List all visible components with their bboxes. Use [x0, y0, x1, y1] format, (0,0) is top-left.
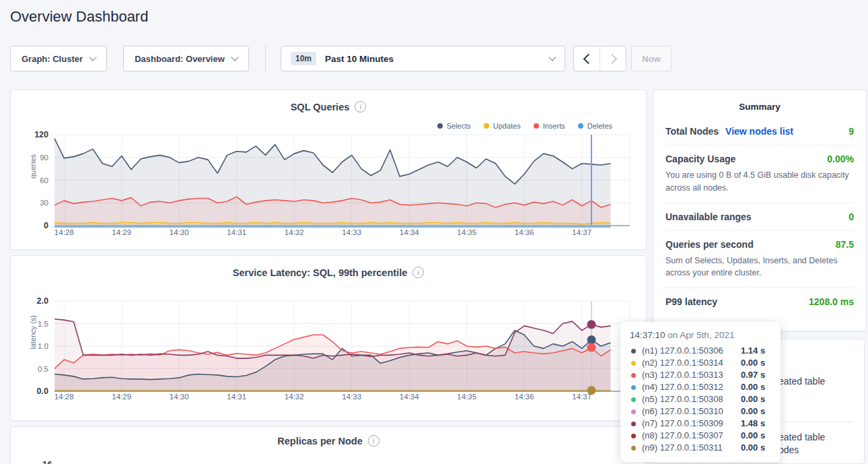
svg-text:14:36: 14:36 — [515, 228, 534, 236]
event-text-fragment: eated table — [779, 432, 825, 442]
svg-text:1.5: 1.5 — [38, 320, 48, 328]
svg-text:60: 60 — [40, 176, 48, 185]
view-nodes-list-link[interactable]: View nodes list — [725, 126, 793, 137]
summary-label: Total Nodes — [665, 126, 719, 137]
now-button[interactable]: Now — [631, 46, 672, 71]
summary-value: 87.5 — [836, 239, 854, 250]
svg-text:14:34: 14:34 — [400, 393, 419, 401]
time-next-button[interactable] — [600, 46, 626, 71]
time-range-label: Past 10 Minutes — [325, 54, 394, 64]
node-address: (n5) 127.0.0.1:50308 — [642, 393, 741, 405]
summary-row: Unavailable ranges0 — [665, 203, 854, 231]
event-text-fragment: eated table — [779, 376, 825, 387]
svg-text:0: 0 — [44, 221, 48, 230]
node-latency-value: 0.00 s — [741, 357, 765, 369]
service-latency-chart-title: Service Latency: SQL, 99th percentile i — [11, 267, 646, 278]
node-latency-value: 1.48 s — [741, 418, 765, 430]
node-address: (n2) 127.0.0.1:50314 — [642, 357, 741, 369]
tooltip-node-row: (n3) 127.0.0.1:503130.97 s — [630, 369, 771, 381]
svg-text:1.0: 1.0 — [38, 342, 48, 350]
node-address: (n7) 127.0.0.1:50309 — [642, 418, 741, 430]
tooltip-node-row: (n8) 127.0.0.1:503070.00 s — [630, 430, 771, 442]
graph-dropdown[interactable]: Graph: Cluster — [10, 46, 107, 71]
node-latency-value: 0.00 s — [741, 442, 765, 454]
legend-dot — [534, 123, 539, 129]
summary-description: You are using 0 B of 4.5 GiB usable disk… — [665, 169, 854, 195]
svg-text:14:29: 14:29 — [112, 228, 131, 236]
svg-text:14:34: 14:34 — [400, 228, 419, 236]
toolbar-divider — [265, 45, 266, 72]
sql-queries-chart-card: SQL Queries i SelectsUpdatesInsertsDelet… — [10, 90, 647, 250]
svg-text:14:37: 14:37 — [572, 228, 591, 236]
node-address: (n9) 127.0.0.1:50311 — [642, 442, 741, 454]
chevron-left-icon — [583, 53, 593, 64]
tooltip-timestamp: 14:37:10 on Apr 5th, 2021 — [630, 330, 771, 340]
sql-queries-chart[interactable]: 030609012014:2814:2914:3014:3114:3214:33… — [11, 129, 647, 243]
node-address: (n1) 127.0.0.1:50306 — [642, 345, 741, 357]
node-latency-value: 1.14 s — [741, 345, 765, 357]
summary-row: Queries per second87.5Sum of Selects, Up… — [665, 231, 854, 289]
tooltip-node-row: (n5) 127.0.0.1:503080.00 s — [630, 393, 771, 405]
dashboard-dropdown[interactable]: Dashboard: Overview — [123, 46, 249, 71]
node-latency-value: 0.00 s — [741, 393, 765, 405]
svg-text:120: 120 — [34, 130, 48, 139]
node-address: (n4) 127.0.0.1:50312 — [642, 381, 741, 393]
node-color-dot — [631, 409, 636, 414]
node-color-dot — [631, 446, 636, 451]
node-color-dot — [631, 349, 636, 354]
summary-value: 1208.0 ms — [809, 296, 854, 307]
svg-text:14:32: 14:32 — [285, 228, 304, 236]
legend-dot — [578, 123, 583, 129]
time-prev-button[interactable] — [574, 46, 600, 71]
summary-rows: Total NodesView nodes list9Capacity Usag… — [653, 118, 866, 315]
svg-text:14:31: 14:31 — [227, 393, 246, 401]
tooltip-node-row: (n9) 127.0.0.1:503110.00 s — [630, 442, 771, 454]
chart-tooltip: 14:37:10 on Apr 5th, 2021 (n1) 127.0.0.1… — [620, 322, 781, 462]
svg-text:90: 90 — [40, 154, 48, 162]
time-range-picker[interactable]: 10m Past 10 Minutes — [281, 46, 565, 71]
svg-text:14:31: 14:31 — [227, 228, 246, 236]
info-icon[interactable]: i — [368, 435, 379, 446]
svg-text:2.0: 2.0 — [37, 296, 48, 306]
node-color-dot — [631, 422, 636, 426]
svg-text:14:35: 14:35 — [457, 228, 476, 236]
node-address: (n6) 127.0.0.1:50310 — [642, 405, 741, 418]
replicas-per-node-chart-card: Replicas per Node i 16 — [10, 426, 647, 464]
summary-label: Capacity Usage — [665, 154, 735, 164]
node-color-dot — [631, 385, 636, 390]
svg-text:0.5: 0.5 — [38, 365, 48, 373]
dashboard-dropdown-label: Dashboard: Overview — [135, 54, 225, 64]
node-latency-value: 0.00 s — [741, 381, 765, 393]
svg-text:14:28: 14:28 — [55, 228, 74, 236]
svg-text:14:30: 14:30 — [170, 393, 189, 401]
svg-text:14:32: 14:32 — [285, 393, 304, 401]
node-address: (n3) 127.0.0.1:50313 — [642, 369, 741, 381]
info-icon[interactable]: i — [355, 101, 366, 112]
svg-text:14:35: 14:35 — [457, 393, 476, 401]
svg-text:14:30: 14:30 — [170, 228, 189, 236]
info-icon[interactable]: i — [412, 267, 424, 278]
service-latency-chart-card: Service Latency: SQL, 99th percentile i … — [10, 255, 647, 421]
legend-dot — [484, 123, 489, 129]
summary-row: Capacity Usage0.00%You are using 0 B of … — [665, 145, 854, 203]
summary-row: Total NodesView nodes list9 — [665, 118, 854, 145]
node-latency-value: 0.00 s — [741, 430, 765, 442]
svg-text:14:33: 14:33 — [342, 393, 361, 401]
service-latency-chart[interactable]: 0.00.51.01.52.014:2814:2914:3014:3114:32… — [11, 294, 647, 408]
node-latency-value: 0.00 s — [741, 405, 765, 418]
summary-row: P99 latency1208.0 ms — [665, 288, 854, 315]
summary-label: P99 latency — [665, 296, 717, 307]
tooltip-node-row: (n4) 127.0.0.1:503120.00 s — [630, 381, 771, 393]
node-color-dot — [631, 397, 636, 402]
summary-description: Sum of Selects, Updates, Inserts, and De… — [665, 255, 854, 280]
node-color-dot — [631, 434, 636, 438]
node-latency-value: 0.97 s — [741, 369, 765, 381]
summary-value: 9 — [848, 126, 854, 137]
node-address: (n8) 127.0.0.1:50307 — [642, 430, 741, 442]
time-range-badge: 10m — [291, 52, 316, 65]
chevron-down-icon — [548, 53, 556, 61]
summary-label: Queries per second — [665, 239, 754, 250]
summary-panel: Summary Total NodesView nodes list9Capac… — [653, 90, 867, 331]
svg-text:0.0: 0.0 — [37, 387, 48, 396]
event-text-fragment: odes — [779, 444, 799, 455]
